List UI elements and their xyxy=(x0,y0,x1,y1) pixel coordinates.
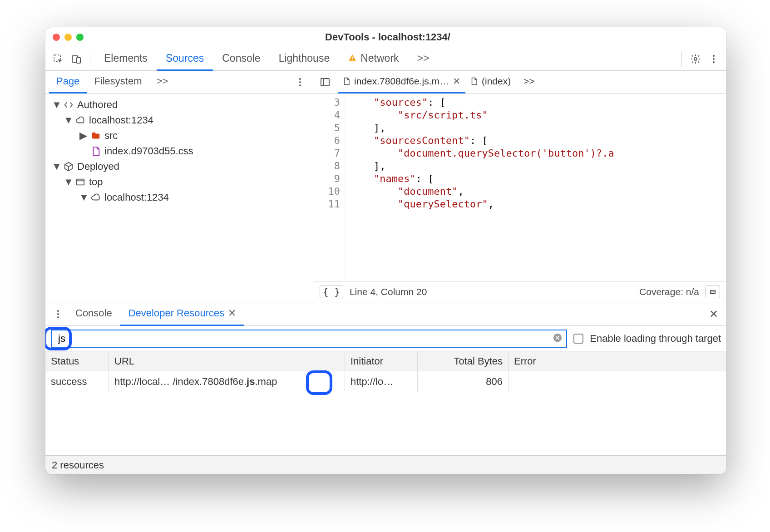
source-map-icon[interactable] xyxy=(706,286,720,298)
tree-label: top xyxy=(89,176,103,188)
tab-label: Developer Resources xyxy=(128,307,225,319)
col-initiator[interactable]: Initiator xyxy=(345,351,418,371)
svg-point-6 xyxy=(713,55,715,57)
tabs-overflow-button[interactable]: >> xyxy=(408,47,439,71)
device-toolbar-icon[interactable] xyxy=(67,50,85,68)
sources-navigator: Page Filesystem >> ▼ Authored ▼ localhos… xyxy=(45,71,313,302)
main-tab-network[interactable]: Network xyxy=(339,47,408,71)
tree-folder-src[interactable]: ▶ src xyxy=(47,128,311,143)
titlebar: DevTools - localhost:1234/ xyxy=(45,27,726,47)
file-icon xyxy=(342,77,350,85)
col-url[interactable]: URL xyxy=(109,351,345,371)
folder-icon xyxy=(91,131,101,141)
clear-filter-icon[interactable] xyxy=(553,333,563,345)
drawer-menu-icon[interactable] xyxy=(49,305,67,323)
tree-host-authored[interactable]: ▼ localhost:1234 xyxy=(47,113,311,128)
tree-frame-top[interactable]: ▼ top xyxy=(47,174,311,190)
cursor-position: Line 4, Column 20 xyxy=(350,286,427,297)
svg-rect-2 xyxy=(77,58,80,63)
col-error[interactable]: Error xyxy=(508,351,726,371)
editor-pane: index.7808df6e.js.m…✕(index) >> 34567891… xyxy=(313,71,726,302)
main-tab-sources[interactable]: Sources xyxy=(157,47,213,71)
resources-table: Status URL Initiator Total Bytes Error s… xyxy=(45,351,726,455)
editor-statusbar: { } Line 4, Column 20 Coverage: n/a xyxy=(313,281,726,302)
navigator-menu-icon[interactable] xyxy=(291,73,309,91)
filter-input[interactable] xyxy=(55,333,553,345)
file-icon xyxy=(470,77,478,85)
tree-group-deployed[interactable]: ▼ Deployed xyxy=(47,159,311,174)
cloud-icon xyxy=(91,192,101,202)
svg-point-17 xyxy=(57,316,59,318)
svg-point-8 xyxy=(713,61,715,63)
svg-point-15 xyxy=(57,310,59,312)
main-tab-lighthouse[interactable]: Lighthouse xyxy=(270,47,339,71)
svg-point-10 xyxy=(299,81,301,83)
code-brackets-icon xyxy=(64,100,74,110)
tree-group-authored[interactable]: ▼ Authored xyxy=(47,97,311,113)
tree-file-css[interactable]: index.d9703d55.css xyxy=(47,143,311,159)
tree-host-deployed[interactable]: ▼ localhost:1234 xyxy=(47,190,311,205)
col-status[interactable]: Status xyxy=(45,351,109,371)
zoom-window-button[interactable] xyxy=(76,34,84,41)
window-title: DevTools - localhost:1234/ xyxy=(84,31,692,43)
close-window-button[interactable] xyxy=(53,34,60,41)
enable-loading-label: Enable loading through target xyxy=(590,333,721,345)
navigator-tab-filesystem[interactable]: Filesystem xyxy=(87,71,149,94)
window-icon xyxy=(75,177,85,187)
minimize-window-button[interactable] xyxy=(64,34,72,41)
main-tab-console[interactable]: Console xyxy=(213,47,269,71)
navigator-tab-page[interactable]: Page xyxy=(49,71,87,94)
tree-label: index.d9703d55.css xyxy=(104,145,193,157)
code-editor[interactable]: 34567891011 "sources": [ "src/script.ts"… xyxy=(313,94,726,281)
filter-input-wrap xyxy=(51,330,567,348)
drawer-tab-dev-resources[interactable]: Developer Resources ✕ xyxy=(120,302,245,326)
warning-icon xyxy=(348,54,357,63)
drawer-close-icon[interactable]: ✕ xyxy=(705,305,723,323)
editor-tabs-overflow[interactable]: >> xyxy=(519,71,539,94)
main-tab-elements[interactable]: Elements xyxy=(95,47,157,71)
settings-gear-icon[interactable] xyxy=(686,50,705,68)
tree-label: localhost:1234 xyxy=(89,114,153,126)
table-header: Status URL Initiator Total Bytes Error xyxy=(45,351,726,371)
svg-point-5 xyxy=(694,58,697,60)
col-total-bytes[interactable]: Total Bytes xyxy=(418,351,508,371)
svg-point-16 xyxy=(57,313,59,315)
tree-label: Authored xyxy=(77,99,118,111)
svg-point-7 xyxy=(713,58,715,60)
svg-point-9 xyxy=(299,78,301,80)
close-icon[interactable]: ✕ xyxy=(228,307,236,319)
svg-rect-13 xyxy=(321,79,329,86)
toggle-navigator-icon[interactable] xyxy=(316,73,334,91)
navigator-overflow-button[interactable]: >> xyxy=(149,71,176,94)
table-row[interactable]: successhttp://local… /index.7808df6e.js.… xyxy=(45,371,726,392)
file-tree[interactable]: ▼ Authored ▼ localhost:1234 ▶ src index.… xyxy=(45,94,313,302)
main-tabstrip: ElementsSourcesConsoleLighthouseNetwork … xyxy=(45,47,726,71)
file-icon xyxy=(91,146,101,156)
svg-point-11 xyxy=(299,84,301,86)
enable-loading-checkbox[interactable] xyxy=(573,334,583,344)
svg-rect-3 xyxy=(352,57,353,59)
drawer: Console Developer Resources ✕ ✕ Enable l… xyxy=(45,302,726,474)
cube-icon xyxy=(64,162,74,172)
tree-label: src xyxy=(104,130,118,142)
editor-tab[interactable]: (index) xyxy=(465,71,515,94)
tree-label: localhost:1234 xyxy=(104,192,169,203)
drawer-tab-console[interactable]: Console xyxy=(67,302,120,326)
inspect-element-icon[interactable] xyxy=(49,50,67,68)
tree-label: Deployed xyxy=(77,161,119,172)
close-icon[interactable]: ✕ xyxy=(453,76,461,87)
svg-rect-12 xyxy=(77,179,84,185)
drawer-statusbar: 2 resources xyxy=(45,455,726,474)
main-menu-icon[interactable] xyxy=(705,50,723,68)
pretty-print-icon[interactable]: { } xyxy=(320,286,343,298)
cloud-icon xyxy=(75,115,85,125)
editor-tab[interactable]: index.7808df6e.js.m…✕ xyxy=(338,71,465,94)
svg-rect-4 xyxy=(352,59,353,60)
coverage-status: Coverage: n/a xyxy=(639,286,699,297)
